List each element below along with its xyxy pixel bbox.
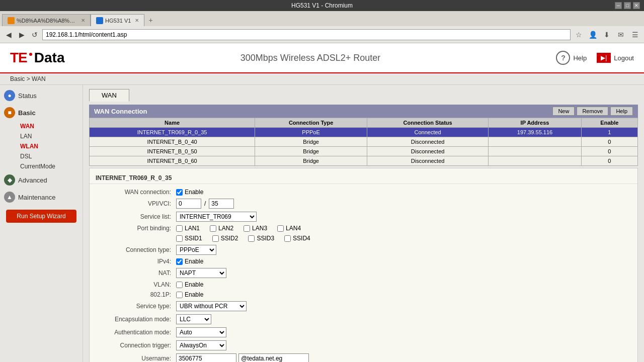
dot1p-checkbox[interactable] <box>176 292 183 298</box>
table-row[interactable]: INTERNET_TR069_R_0_35 PPPoE Connected 19… <box>90 128 638 137</box>
back-btn[interactable]: ◀ <box>3 29 14 40</box>
sidebar-subitem-dsl[interactable]: DSL <box>18 151 83 161</box>
ipv4-label: IPv4: <box>96 258 176 265</box>
col-enable: Enable <box>581 118 637 128</box>
vlan-value: Enable <box>176 281 203 288</box>
row4-status: Disconnected <box>367 156 488 166</box>
row4-name: INTERNET_B_0_60 <box>90 156 255 166</box>
encap-label: Encapsulation mode: <box>96 316 176 323</box>
row3-type: Bridge <box>255 147 367 156</box>
maximize-btn[interactable]: □ <box>624 2 631 9</box>
table-row[interactable]: INTERNET_B_0_60 Bridge Disconnected 0 <box>90 156 638 166</box>
port-ssid3-checkbox[interactable] <box>248 235 255 242</box>
logout-button[interactable]: ▶| Logout <box>597 53 634 63</box>
help-button[interactable]: ? Help <box>556 51 587 65</box>
vlan-checkbox[interactable] <box>176 282 183 288</box>
minimize-btn[interactable]: ─ <box>615 2 622 9</box>
vpi-label: VPI/VCI: <box>96 200 176 207</box>
service-type-label: Service type: <box>96 303 176 310</box>
form-row-nat: NAT: NAPT <box>90 266 637 280</box>
port-ssid4-checkbox[interactable] <box>284 235 291 242</box>
dot1p-text: Enable <box>185 291 203 298</box>
page-wrapper: TE Data 300Mbps Wireless ADSL2+ Router ?… <box>0 43 644 362</box>
sidebar-item-status[interactable]: ● Status <box>0 87 83 104</box>
new-button[interactable]: New <box>552 107 575 116</box>
row2-status: Disconnected <box>367 137 488 147</box>
port-lan1: LAN1 <box>176 225 200 232</box>
sidebar-item-maintenance[interactable]: ▲ Maintenance <box>0 189 83 206</box>
address-text: 192.168.1.1/html/content1.asp <box>46 31 567 38</box>
encap-value: LLC <box>176 314 211 324</box>
username-domain-input[interactable] <box>238 353 309 362</box>
port-lan2: LAN2 <box>210 225 233 232</box>
help-table-button[interactable]: Help <box>610 107 633 116</box>
vci-input[interactable] <box>209 199 234 209</box>
sidebar-subitem-wlan[interactable]: WLAN <box>18 141 83 151</box>
address-bar[interactable]: 192.168.1.1/html/content1.asp <box>42 29 571 40</box>
user-icon[interactable]: 👤 <box>587 29 599 40</box>
port-lan2-checkbox[interactable] <box>210 225 216 232</box>
wan-connection-checkbox[interactable] <box>176 189 183 196</box>
forward-btn[interactable]: ▶ <box>16 29 27 40</box>
table-row[interactable]: INTERNET_B_0_50 Bridge Disconnected 0 <box>90 147 638 156</box>
vpi-input[interactable] <box>176 199 201 209</box>
row1-status: Connected <box>367 128 488 137</box>
window-title: HG531 V1 - Chromium <box>291 2 353 9</box>
ipv4-checkbox[interactable] <box>176 258 183 265</box>
conn-type-select[interactable]: PPPoE <box>176 245 216 255</box>
conn-trigger-select[interactable]: AlwaysOn <box>176 340 226 350</box>
menu-icon[interactable]: ☰ <box>629 29 641 40</box>
nat-select[interactable]: NAPT <box>176 268 226 278</box>
run-setup-wizard-button[interactable]: Run Setup Wizard <box>6 210 76 223</box>
port-ssid2-checkbox[interactable] <box>212 235 219 242</box>
auth-select[interactable]: Auto <box>176 327 226 337</box>
service-type-select[interactable]: UBR without PCR <box>176 301 247 311</box>
window-controls: ─ □ ✕ <box>615 2 640 9</box>
row4-ip <box>489 156 582 166</box>
sidebar-label-basic: Basic <box>18 109 36 117</box>
row3-status: Disconnected <box>367 147 488 156</box>
row3-name: INTERNET_B_0_50 <box>90 147 255 156</box>
new-tab-btn[interactable]: + <box>144 14 156 26</box>
download-icon[interactable]: ⬇ <box>601 29 613 40</box>
remove-button[interactable]: Remove <box>577 107 608 116</box>
bookmark-icon[interactable]: ☆ <box>573 29 585 40</box>
port-lan1-checkbox[interactable] <box>176 225 183 232</box>
sidebar-subitem-currentmode[interactable]: CurrentMode <box>18 161 83 171</box>
sidebar-subitem-wan[interactable]: WAN <box>18 121 83 131</box>
tab-close-2[interactable]: ✕ <box>135 18 139 23</box>
vlan-label: VLAN: <box>96 281 176 288</box>
port-lan3-checkbox[interactable] <box>244 225 250 232</box>
tab-2[interactable]: HG531 V1 ✕ <box>91 14 144 26</box>
service-list-select[interactable]: INTERNET_TR069 <box>176 212 257 222</box>
nav-icons: ☆ 👤 ⬇ ✉ ☰ <box>573 29 641 40</box>
reload-btn[interactable]: ↺ <box>29 29 40 40</box>
sidebar-item-basic[interactable]: ■ Basic <box>0 104 83 121</box>
wan-connection-label: WAN connection: <box>96 189 176 196</box>
username-input[interactable] <box>176 353 236 362</box>
form-row-conn-trigger: Connection trigger: AlwaysOn <box>90 339 637 352</box>
tab-wan[interactable]: WAN <box>89 89 129 102</box>
close-btn[interactable]: ✕ <box>633 2 640 9</box>
auth-label: Authentication mode: <box>96 329 176 336</box>
tab-label-2: HG531 V1 <box>105 18 131 24</box>
table-row[interactable]: INTERNET_B_0_40 Bridge Disconnected 0 <box>90 137 638 147</box>
sidebar-item-advanced[interactable]: ◆ Advanced <box>0 171 83 189</box>
sidebar-subitem-lan[interactable]: LAN <box>18 131 83 141</box>
tab-close-1[interactable]: ✕ <box>81 18 85 23</box>
tab-favicon-1 <box>8 17 15 24</box>
port-binding-value: LAN1 LAN2 LAN3 LAN4 <box>176 225 309 232</box>
page-tabs: WAN <box>89 89 638 102</box>
form-row-auth: Authentication mode: Auto <box>90 326 637 339</box>
port-ssid1-checkbox[interactable] <box>176 235 183 242</box>
advanced-icon: ◆ <box>4 174 15 186</box>
logout-label: Logout <box>614 54 634 62</box>
row2-ip <box>489 137 582 147</box>
encap-select[interactable]: LLC <box>176 314 211 324</box>
row1-name: INTERNET_TR069_R_0_35 <box>90 128 255 137</box>
ssid-binding-value: SSID1 SSID2 SSID3 SSID4 <box>176 235 318 242</box>
tab-1[interactable]: %D8%AA%D8%A8%D8... ✕ <box>2 14 91 26</box>
port-lan4-checkbox[interactable] <box>277 225 284 232</box>
sidebar-label-status: Status <box>18 92 37 100</box>
mail-icon[interactable]: ✉ <box>615 29 627 40</box>
